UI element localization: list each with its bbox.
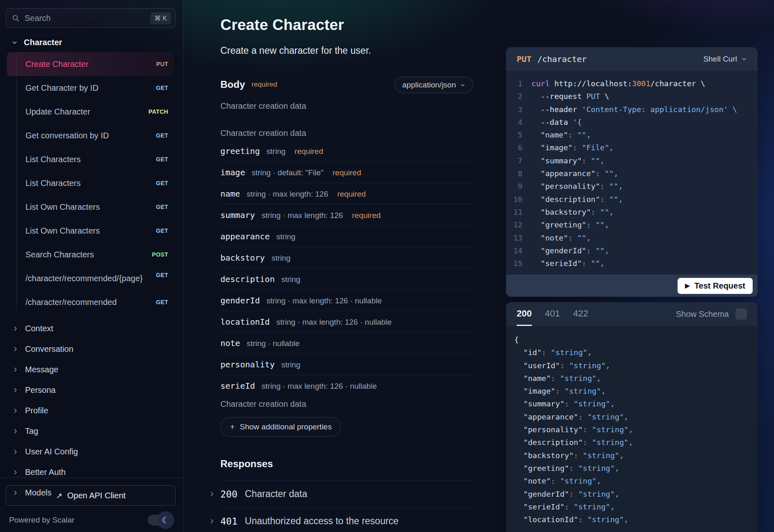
content-type-value: application/json (402, 80, 456, 89)
test-request-label: Test Request (694, 281, 745, 291)
response-tab-401[interactable]: 401 (545, 302, 560, 326)
group-label: Profile (25, 406, 48, 415)
code-language-select[interactable]: Shell Curl (703, 55, 747, 64)
sidebar-endpoint-item[interactable]: Update CharacterPATCH (7, 100, 174, 124)
chevron-right-icon (209, 491, 215, 497)
request-method: PUT (517, 54, 531, 64)
endpoint-label: List Characters (25, 177, 156, 190)
responses-title: Responses (220, 458, 473, 470)
code-line: 5 "name": "", (506, 128, 758, 141)
code-text: "greeting": "", (531, 218, 609, 231)
operation-main: Create Character Create a new character … (220, 0, 473, 532)
field-type: string · nullable (247, 339, 300, 348)
chevron-right-icon (12, 428, 18, 434)
http-method-badge: GET (156, 272, 168, 278)
response-description: Character data (245, 488, 307, 500)
sidebar-footer: ↗ Open API Client Powered by Scalar ☾ (0, 477, 183, 532)
sidebar-endpoint-item[interactable]: List CharactersGET (7, 171, 174, 195)
field-type: string · default: "File" (252, 168, 323, 177)
line-number: 9 (506, 180, 531, 193)
open-api-client-button[interactable]: ↗ Open API Client (6, 485, 176, 506)
sidebar-endpoint-item[interactable]: List Own CharactersGET (7, 195, 174, 219)
field-name: appearance (220, 232, 270, 241)
schema-title: Character creation data (220, 128, 473, 138)
field-name: description (220, 274, 275, 284)
code-text: "image": "File", (531, 141, 614, 154)
sidebar-group-persona[interactable]: Persona (0, 380, 183, 400)
sidebar-section-character[interactable]: Character (0, 34, 183, 50)
http-method-badge: PUT (156, 61, 168, 67)
sidebar-group-tag[interactable]: Tag (0, 421, 183, 441)
sidebar-endpoint-item[interactable]: /character/recommended/{page}GET (7, 266, 174, 290)
response-row[interactable]: 200Character data (220, 481, 473, 508)
sidebar-group-conversation[interactable]: Conversation (0, 339, 183, 359)
field-type: string · max length: 126 (261, 211, 343, 220)
response-tabs: 200401422 (517, 302, 601, 326)
group-label: Conversation (25, 344, 73, 354)
sidebar-endpoint-item[interactable]: Get conversation by IDGET (7, 124, 174, 147)
endpoint-label: List Characters (25, 153, 156, 166)
sidebar-group-user-ai-config[interactable]: User AI Config (0, 441, 183, 462)
sidebar-endpoint-item[interactable]: List CharactersGET (7, 147, 174, 171)
response-tab-422[interactable]: 422 (573, 302, 588, 326)
code-text: --header 'Content-Type: application/json… (531, 103, 737, 116)
json-line: "personality": "string", (514, 423, 758, 436)
show-schema-checkbox[interactable] (735, 308, 747, 320)
json-line: { (514, 333, 758, 346)
schema-field-row: appearancestring (220, 226, 473, 247)
response-row[interactable]: 401Unauthorized access to the resource (220, 508, 473, 532)
show-schema-label: Show Schema (676, 310, 729, 319)
http-method-badge: GET (156, 132, 168, 139)
external-link-icon: ↗ (56, 491, 62, 500)
sidebar-group-message[interactable]: Message (0, 359, 183, 380)
field-name: personality (220, 360, 275, 369)
endpoint-label: /character/recommended/{page} (25, 272, 156, 285)
line-number: 7 (506, 154, 531, 167)
response-tab-200[interactable]: 200 (517, 302, 532, 326)
schema-field-row: genderIdstring · max length: 126 · nulla… (220, 290, 473, 311)
code-line: 7 "summary": "", (506, 154, 758, 167)
code-text: "backstory": "", (531, 206, 614, 218)
json-line: "name": "string", (514, 372, 758, 385)
sidebar-group-profile[interactable]: Profile (0, 400, 183, 421)
field-required-flag: required (295, 147, 323, 156)
endpoint-label: Create Character (25, 58, 156, 71)
endpoint-label: List Own Characters (25, 225, 156, 237)
sidebar-group-context[interactable]: Context (0, 318, 183, 339)
response-example-panel: 200401422 Show Schema { "id": "string", … (506, 302, 758, 532)
code-line: 2 --request PUT \ (506, 90, 758, 103)
json-line: "id": "string", (514, 346, 758, 359)
sidebar-endpoint-item[interactable]: Search CharactersPOST (7, 243, 174, 266)
http-method-badge: GET (156, 180, 168, 186)
schema-footer-description: Character creation data (220, 399, 473, 409)
response-json[interactable]: { "id": "string", "userId": "string", "n… (506, 326, 758, 532)
line-number: 14 (506, 244, 531, 257)
http-method-badge: GET (156, 299, 168, 305)
sidebar-endpoint-item[interactable]: Get Character by IDGET (7, 76, 174, 100)
json-line: "serieId": "string", (514, 500, 758, 513)
code-block[interactable]: 1curl http://localhost:3001/character \2… (506, 71, 758, 275)
schema-field-row: summarystring · max length: 126required (220, 204, 473, 226)
sidebar-endpoint-item[interactable]: /character/recommendedGET (7, 290, 174, 314)
api-reference-page: Search ⌘ K Character Create CharacterPUT… (0, 0, 774, 532)
content-type-select[interactable]: application/json (394, 77, 473, 93)
sidebar-endpoint-item[interactable]: List Own CharactersGET (7, 219, 174, 243)
json-line: "greeting": "string", (514, 462, 758, 475)
field-name: locationId (220, 317, 270, 327)
json-line: "note": "string", (514, 475, 758, 487)
field-type: string · max length: 126 · nullable (276, 318, 392, 327)
test-request-button[interactable]: ▶ Test Request (678, 278, 753, 294)
json-line: "backstory": "string", (514, 449, 758, 462)
code-line: 8 "appearance": "", (506, 167, 758, 180)
field-type: string (266, 147, 285, 156)
open-api-client-label: Open API Client (67, 491, 126, 500)
field-type: string · max length: 126 · nullable (261, 382, 377, 391)
field-required-flag: required (337, 190, 366, 199)
search-shortcut-badge: ⌘ K (150, 12, 171, 24)
line-number: 8 (506, 167, 531, 180)
body-description: Character creation data (220, 101, 473, 111)
show-additional-properties-button[interactable]: + Show additional properties (220, 417, 341, 437)
dark-mode-toggle[interactable]: ☾ (148, 515, 172, 525)
search-input[interactable]: Search ⌘ K (6, 8, 176, 28)
sidebar-endpoint-item[interactable]: Create CharacterPUT (7, 52, 174, 76)
